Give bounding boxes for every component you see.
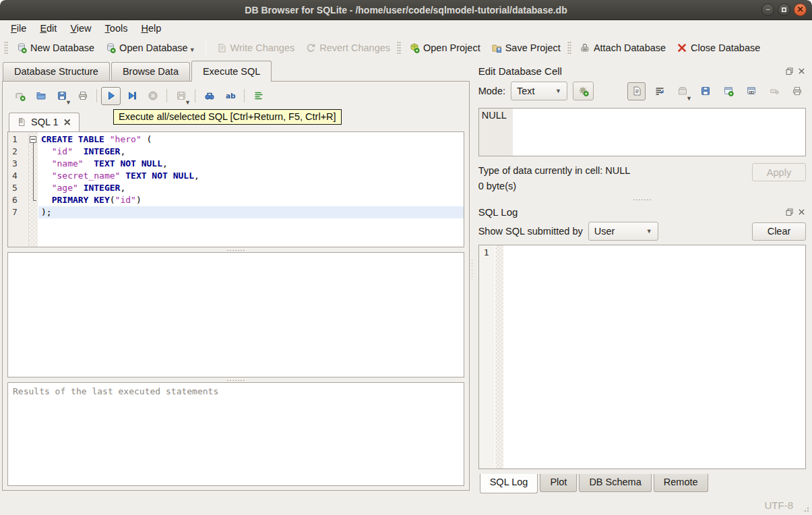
splitter-handle[interactable] <box>7 247 464 252</box>
sql-editor[interactable]: 1CREATE TABLE "hero" (2 "id" INTEGER,3 "… <box>7 131 464 247</box>
auto-completion-button[interactable]: ab <box>220 87 240 105</box>
open-database-button[interactable]: Open Database▼ <box>100 40 201 56</box>
cell-editor[interactable]: NULL <box>478 108 806 156</box>
code-token <box>84 158 94 169</box>
code-text[interactable]: ); <box>38 206 464 218</box>
text-view-mode-button[interactable] <box>627 82 646 100</box>
float-dock-icon[interactable] <box>785 67 794 75</box>
open-url-button[interactable] <box>742 82 760 100</box>
fold-margin <box>28 182 38 194</box>
close-database-button[interactable]: Close Database <box>671 40 766 56</box>
menu-edit[interactable]: Edit <box>33 22 63 35</box>
code-token: "age" <box>52 183 78 193</box>
tab-execute-sql[interactable]: Execute SQL <box>191 61 272 82</box>
toolbar-button-label: Open Project <box>423 42 480 53</box>
sql-toolbar: ▼▼ab <box>7 86 464 110</box>
menu-tools[interactable]: Tools <box>98 22 135 35</box>
encoding-indicator[interactable]: UTF-8 <box>765 499 794 511</box>
mode-select[interactable]: Text ▼ <box>511 82 567 100</box>
open-sql-file-button[interactable] <box>31 87 51 105</box>
splitter-handle[interactable] <box>7 377 464 382</box>
chevron-down-icon: ▼ <box>686 95 692 102</box>
dock-tab-remote[interactable]: Remote <box>654 474 708 492</box>
fold-margin <box>28 146 38 158</box>
menu-help[interactable]: Help <box>134 22 168 35</box>
toolbar-button-label: Open Database <box>119 42 188 53</box>
chevron-down-icon[interactable]: ▼ <box>189 47 195 53</box>
line-number: 5 <box>8 182 28 194</box>
code-token: TEXT NOT NULL <box>94 158 162 169</box>
tab-browse-data[interactable]: Browse Data <box>111 62 190 81</box>
toolbar-separator <box>195 89 195 102</box>
execute-current-line-button[interactable] <box>122 87 142 105</box>
dock-tab-db-schema[interactable]: DB Schema <box>579 474 651 492</box>
dock-tab-sql-log[interactable]: SQL Log <box>480 474 538 493</box>
format-sql-button[interactable] <box>249 87 268 105</box>
new-sql-tab-button[interactable] <box>10 87 30 105</box>
open-in-external-app-button[interactable] <box>719 82 737 100</box>
apply-button[interactable]: Apply <box>752 163 806 181</box>
menu-view[interactable]: View <box>63 22 98 35</box>
word-wrap-button[interactable] <box>650 82 668 100</box>
print-sql-button[interactable] <box>73 87 92 105</box>
clear-log-button[interactable]: Clear <box>752 222 806 241</box>
log-filter-select[interactable]: User ▼ <box>588 222 658 241</box>
save-results-button: ▼ <box>171 87 191 105</box>
statusbar: UTF-8 <box>0 495 812 515</box>
toolbar-button-label: Close Database <box>691 42 760 53</box>
project-open-icon <box>409 42 420 53</box>
editor-line: 6 PRIMARY KEY("id") <box>8 194 464 206</box>
code-token: "id" <box>115 195 136 205</box>
toolbar-button-label: Attach Database <box>594 42 666 53</box>
panel-splitter[interactable] <box>470 59 474 495</box>
play-line-icon <box>127 90 137 101</box>
chevron-down-icon: ▼ <box>646 228 652 235</box>
close-dock-icon[interactable] <box>797 67 806 75</box>
attach-database-button[interactable]: Attach Database <box>574 40 671 56</box>
titlebar[interactable]: DB Browser for SQLite - /home/user/code/… <box>0 0 812 20</box>
code-token <box>78 183 84 193</box>
find-button[interactable] <box>199 87 219 105</box>
sql-file-tab[interactable]: SQL 1 <box>9 113 80 131</box>
print-icon <box>77 90 88 101</box>
save-sql-file-button[interactable]: ▼ <box>52 87 71 105</box>
maximize-button[interactable] <box>778 3 790 16</box>
revert-changes-icon <box>305 42 316 53</box>
new-database-button[interactable]: New Database <box>11 40 100 56</box>
resize-grip[interactable] <box>801 504 810 513</box>
minimize-button[interactable]: − <box>761 3 774 16</box>
code-text[interactable]: PRIMARY KEY("id") <box>38 194 464 206</box>
code-text[interactable]: "secret_name" TEXT NOT NULL, <box>38 170 464 182</box>
results-grid-area <box>7 252 464 377</box>
apply-data-button[interactable] <box>573 82 594 100</box>
save-project-button[interactable]: Save Project <box>486 40 566 56</box>
code-text[interactable]: CREATE TABLE "hero" ( <box>38 133 464 146</box>
line-number: 3 <box>8 158 28 170</box>
dock-splitter[interactable] <box>478 197 806 202</box>
window-controls: − ✕ <box>761 3 807 16</box>
code-token: INTEGER <box>84 183 121 193</box>
print-cell-button[interactable] <box>788 82 806 100</box>
execute-all-sql-button[interactable] <box>101 87 121 105</box>
fold-collapse-icon[interactable] <box>30 136 36 143</box>
close-window-button[interactable]: ✕ <box>794 3 807 16</box>
sql-log-view[interactable]: 1 <box>478 245 806 469</box>
open-project-button[interactable]: Open Project <box>404 40 486 56</box>
close-tab-icon[interactable] <box>63 117 72 127</box>
code-text[interactable]: "name" TEXT NOT NULL, <box>38 158 464 170</box>
menu-file[interactable]: File <box>4 22 33 35</box>
export-data-button[interactable] <box>696 82 714 100</box>
find-icon <box>204 90 215 101</box>
code-text[interactable]: "age" INTEGER, <box>38 182 464 194</box>
float-dock-icon[interactable] <box>785 208 794 216</box>
log-filter-label: Show SQL submitted by <box>478 226 583 237</box>
wrap-icon <box>654 86 665 96</box>
tab-database-structure[interactable]: Database Structure <box>3 62 110 81</box>
close-dock-icon[interactable] <box>797 208 806 216</box>
fold-margin[interactable] <box>28 133 38 146</box>
dock-tab-plot[interactable]: Plot <box>540 474 577 492</box>
stop-icon <box>148 90 158 101</box>
cell-mode-row: Mode: Text ▼ ▼ <box>478 78 806 104</box>
toolbar-button-label: Revert Changes <box>319 42 390 53</box>
code-text[interactable]: "id" INTEGER, <box>38 146 464 158</box>
